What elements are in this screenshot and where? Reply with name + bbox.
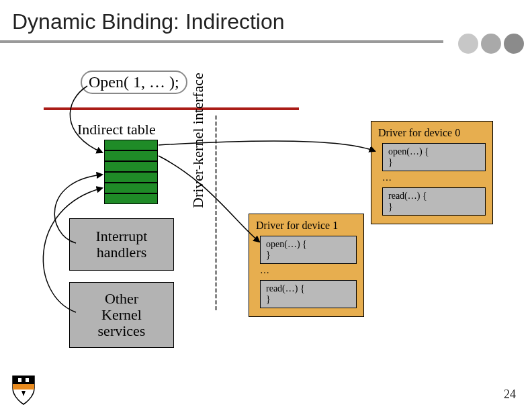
driver-0-open-method: open(…) { } bbox=[382, 143, 486, 171]
title-underline bbox=[0, 40, 443, 43]
driver-0-ellipsis: … bbox=[382, 173, 486, 183]
driver-1-read-method: read(…) { } bbox=[260, 280, 357, 308]
driver-device-1-panel: Driver for device 1 open(…) { } … read(…… bbox=[249, 214, 364, 317]
interrupt-handlers-box: Interrupt handlers bbox=[69, 218, 174, 271]
svg-rect-1 bbox=[26, 378, 29, 382]
driver-1-header: Driver for device 1 bbox=[256, 220, 357, 232]
decorative-dots bbox=[458, 34, 524, 54]
slide-title: Dynamic Binding: Indirection bbox=[12, 9, 285, 34]
svg-rect-0 bbox=[18, 378, 21, 382]
driver-0-read-method: read(…) { } bbox=[382, 187, 486, 216]
other-kernel-services-label: Other Kernel services bbox=[98, 291, 146, 340]
driver-kernel-interface-label: Driver-kernel interface bbox=[189, 73, 207, 208]
driver-1-ellipsis: … bbox=[260, 265, 357, 276]
indirect-table-label: Indirect table bbox=[77, 121, 156, 138]
red-separator bbox=[44, 107, 299, 110]
driver-kernel-interface-line bbox=[215, 116, 217, 310]
page-number: 24 bbox=[504, 387, 516, 402]
princeton-shield-icon bbox=[9, 373, 38, 406]
driver-device-0-panel: Driver for device 0 open(…) { } … read(…… bbox=[371, 121, 493, 224]
driver-1-open-method: open(…) { } bbox=[260, 236, 357, 264]
indirect-table bbox=[104, 140, 158, 204]
interrupt-handlers-label: Interrupt handlers bbox=[96, 228, 148, 261]
open-call-text: Open( 1, … ); bbox=[81, 71, 187, 94]
driver-0-header: Driver for device 0 bbox=[378, 127, 486, 139]
other-kernel-services-box: Other Kernel services bbox=[69, 282, 174, 348]
